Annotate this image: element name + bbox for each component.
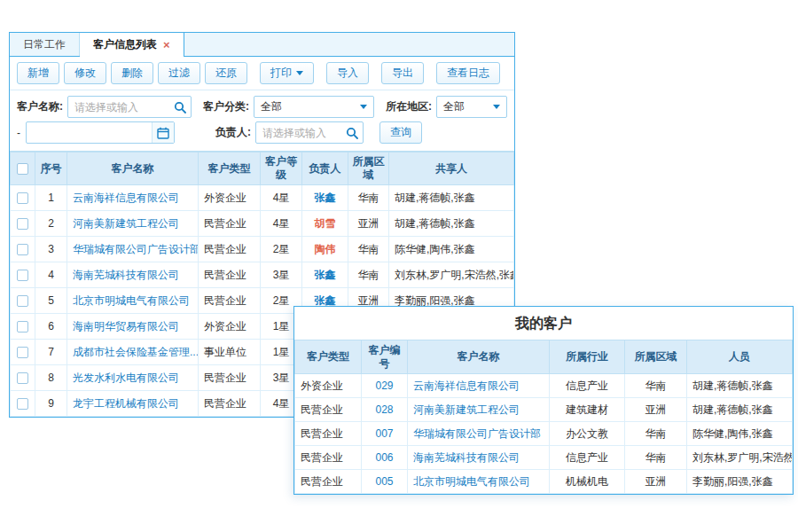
search-icon[interactable] xyxy=(341,122,363,143)
select-all-checkbox[interactable] xyxy=(17,163,28,175)
customer-name-link[interactable]: 海南明华贸易有限公司 xyxy=(73,320,179,332)
customer-code-link[interactable]: 006 xyxy=(375,451,393,464)
header-customer-type[interactable]: 客户类型 xyxy=(199,153,261,185)
tab-daily-work[interactable]: 日常工作 xyxy=(10,33,80,56)
my-customer-row[interactable]: 民营企业006海南芜城科技有限公司信息产业华南刘东林,罗广明,宋浩然... xyxy=(295,446,793,470)
row-checkbox[interactable] xyxy=(17,321,28,332)
restore-button[interactable]: 还原 xyxy=(205,62,247,84)
header-no[interactable]: 序号 xyxy=(35,153,67,185)
filter-button[interactable]: 过滤 xyxy=(158,62,200,84)
print-button[interactable]: 打印 xyxy=(260,62,314,84)
close-tab-icon[interactable]: × xyxy=(163,39,170,51)
customer-name-link[interactable]: 成都市社会保险基金管理... xyxy=(73,346,199,358)
owner-link[interactable]: 胡雪 xyxy=(315,217,336,230)
row-checkbox[interactable] xyxy=(17,270,28,281)
customer-name-link[interactable]: 光发水利水电有限公司 xyxy=(73,372,179,384)
customer-type-cell: 民营企业 xyxy=(295,422,362,446)
customer-name-link[interactable]: 海南芜城科技有限公司 xyxy=(413,451,520,464)
customer-name-link[interactable]: 海南芜城科技有限公司 xyxy=(73,269,179,281)
owner-label: 负责人: xyxy=(215,125,251,140)
my-customer-row[interactable]: 民营企业005北京市明城电气有限公司机械机电亚洲李勤丽,阳强,张鑫 xyxy=(295,470,793,494)
my-customer-row[interactable]: 外资企业029云南海祥信息有限公司信息产业华南胡建,蒋德帧,张鑫 xyxy=(295,374,793,398)
edit-button[interactable]: 修改 xyxy=(64,62,106,84)
row-checkbox[interactable] xyxy=(17,244,28,255)
customer-code-link[interactable]: 029 xyxy=(375,379,393,392)
customer-type-cell: 外资企业 xyxy=(295,374,362,398)
customer-row[interactable]: 4海南芜城科技有限公司民营企业3星张鑫华南刘东林,罗广明,宋浩然,张鑫 xyxy=(11,262,514,288)
customer-category-filter: 客户分类: 全部 xyxy=(203,96,374,118)
customer-name-label: 客户名称: xyxy=(17,99,63,114)
customer-name-link[interactable]: 华瑞城有限公司广告设计部 xyxy=(413,427,541,440)
region-cell: 华南 xyxy=(348,185,389,211)
customer-code-link[interactable]: 028 xyxy=(375,403,393,416)
row-checkbox[interactable] xyxy=(17,295,28,307)
customer-row[interactable]: 2河南美新建筑工程公司民营企业4星胡雪亚洲胡建,蒋德帧,张鑫 xyxy=(11,211,514,237)
customer-type-cell: 民营企业 xyxy=(199,288,261,314)
people-cell: 刘东林,罗广明,宋浩然... xyxy=(687,446,793,470)
header-industry[interactable]: 所属行业 xyxy=(550,340,625,374)
customer-name-link[interactable]: 河南美新建筑工程公司 xyxy=(413,403,520,416)
header-people[interactable]: 人员 xyxy=(687,340,793,374)
filter-area: 客户名称: 客户分类: 全部 所在地区: xyxy=(10,90,514,152)
row-index: 8 xyxy=(35,365,67,391)
my-customer-row[interactable]: 民营企业028河南美新建筑工程公司建筑建材亚洲胡建,蒋德帧,张鑫 xyxy=(295,398,793,422)
tab-customer-list[interactable]: 客户信息列表 × xyxy=(80,33,184,56)
customer-code-link[interactable]: 007 xyxy=(375,427,393,440)
customer-name-cell: 华瑞城有限公司广告设计部 xyxy=(67,237,199,262)
customer-name-filter: 客户名称: xyxy=(17,96,192,118)
customer-name-link[interactable]: 云南海祥信息有限公司 xyxy=(73,192,179,204)
query-button[interactable]: 查询 xyxy=(379,121,422,144)
customer-row[interactable]: 1云南海祥信息有限公司外资企业4星张鑫华南胡建,蒋德帧,张鑫 xyxy=(11,185,514,211)
search-icon[interactable] xyxy=(169,97,191,117)
my-customer-row[interactable]: 民营企业007华瑞城有限公司广告设计部办公文教华南陈华健,陶伟,张鑫 xyxy=(295,422,793,446)
header-customer-level[interactable]: 客户等级 xyxy=(261,153,302,185)
import-button[interactable]: 导入 xyxy=(326,62,369,84)
row-checkbox[interactable] xyxy=(17,347,28,358)
customer-type-cell: 外资企业 xyxy=(199,314,261,340)
row-checkbox[interactable] xyxy=(17,372,28,384)
delete-button[interactable]: 删除 xyxy=(111,62,153,84)
customer-name-link[interactable]: 北京市明城电气有限公司 xyxy=(73,294,190,307)
customer-level-cell: 3星 xyxy=(261,262,302,288)
row-checkbox[interactable] xyxy=(17,398,28,410)
header-shared[interactable]: 共享人 xyxy=(389,153,514,185)
export-button[interactable]: 导出 xyxy=(381,62,424,84)
calendar-icon[interactable] xyxy=(152,122,174,143)
owner-link[interactable]: 张鑫 xyxy=(315,294,336,307)
row-index: 3 xyxy=(35,237,67,262)
customer-row[interactable]: 3华瑞城有限公司广告设计部民营企业2星陶伟华南陈华健,陶伟,张鑫 xyxy=(11,237,514,262)
header-customer-name[interactable]: 客户名称 xyxy=(67,153,199,185)
region-cell: 华南 xyxy=(625,446,687,470)
region-cell: 华南 xyxy=(625,422,687,446)
header-customer-type[interactable]: 客户类型 xyxy=(295,340,362,374)
customer-name-link[interactable]: 云南海祥信息有限公司 xyxy=(413,379,520,392)
owner-link[interactable]: 陶伟 xyxy=(315,243,336,255)
header-region[interactable]: 所属区域 xyxy=(625,340,687,374)
customer-name-link[interactable]: 龙宇工程机械有限公司 xyxy=(73,397,179,410)
customer-name-link[interactable]: 北京市明城电气有限公司 xyxy=(413,475,530,488)
header-region[interactable]: 所属区域 xyxy=(348,153,389,185)
region-label: 所在地区: xyxy=(386,99,432,114)
customer-name-link[interactable]: 华瑞城有限公司广告设计部 xyxy=(73,243,199,255)
customer-code-link[interactable]: 005 xyxy=(375,475,393,488)
chevron-down-icon xyxy=(493,105,500,109)
region-cell: 亚洲 xyxy=(625,398,687,422)
header-customer-name[interactable]: 客户名称 xyxy=(408,340,550,374)
owner-link[interactable]: 张鑫 xyxy=(315,192,336,204)
toolbar: 新增 修改 删除 过滤 还原 打印 导入 导出 查看日志 xyxy=(10,57,514,90)
owner-cell: 陶伟 xyxy=(302,237,348,262)
shared-cell: 胡建,蒋德帧,张鑫 xyxy=(389,211,514,237)
tab-customer-list-label: 客户信息列表 xyxy=(93,37,157,52)
chevron-down-icon xyxy=(360,105,367,109)
view-log-button[interactable]: 查看日志 xyxy=(436,62,500,84)
header-customer-code[interactable]: 客户编号 xyxy=(362,340,408,374)
region-select[interactable]: 全部 xyxy=(436,96,507,118)
row-checkbox[interactable] xyxy=(17,192,28,204)
add-button[interactable]: 新增 xyxy=(17,62,59,84)
owner-link[interactable]: 张鑫 xyxy=(315,269,336,281)
checkbox-cell xyxy=(11,211,35,237)
customer-name-link[interactable]: 河南美新建筑工程公司 xyxy=(73,217,179,230)
row-checkbox[interactable] xyxy=(17,218,28,230)
header-owner[interactable]: 负责人 xyxy=(302,153,348,185)
customer-category-select[interactable]: 全部 xyxy=(254,96,374,118)
